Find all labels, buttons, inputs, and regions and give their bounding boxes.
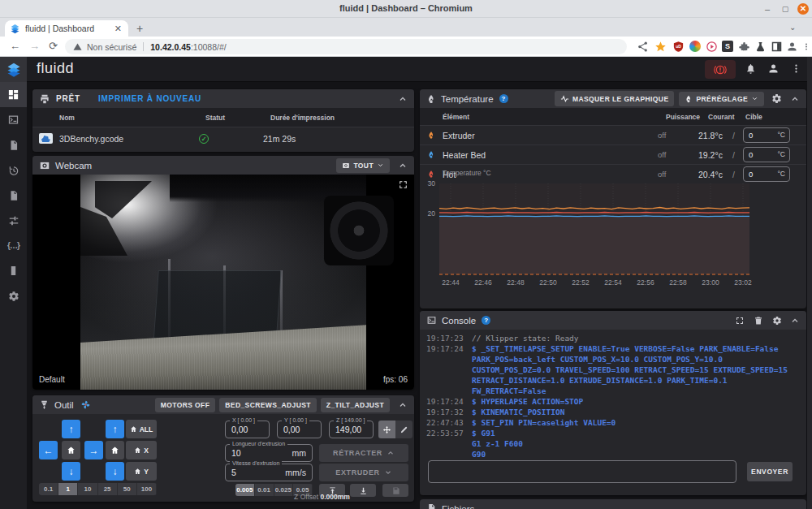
retract-button[interactable]: RÉTRACTER	[319, 444, 408, 462]
sidebar-item-system[interactable]	[0, 258, 27, 283]
collapse-chevron-icon[interactable]	[790, 316, 800, 326]
temperature-row[interactable]: Heater Bedoff19.2°c/0°C	[420, 145, 806, 164]
window-minimize-button[interactable]: –	[762, 3, 773, 15]
home-x-button[interactable]: X	[126, 441, 157, 459]
hide-graph-button[interactable]: MASQUER LE GRAPHIQUE	[555, 91, 675, 106]
puzzle-icon[interactable]	[738, 41, 750, 53]
extrude-length-field[interactable]: Longueur d'extrusion 10 mm	[225, 444, 313, 462]
tool-panel: Outil MOTORS OFFBED_SCREWS_ADJUSTZ_TILT_…	[32, 395, 414, 502]
flame-icon	[426, 94, 436, 104]
trash-icon[interactable]	[754, 316, 763, 326]
target-unit: °C	[777, 150, 785, 158]
chart-line-icon	[560, 94, 569, 103]
menu-kebab-icon[interactable]	[801, 41, 811, 53]
temperature-graph[interactable]: Temperature °C203022:4422:4622:4822:5022…	[420, 166, 806, 308]
jog-x-plus-button[interactable]: →	[84, 441, 103, 459]
home-y-button[interactable]: Y	[126, 462, 157, 481]
gear-icon[interactable]	[771, 93, 782, 104]
jog-x-minus-button[interactable]: ←	[39, 441, 58, 459]
extension-color-icon[interactable]	[689, 41, 701, 52]
window-close-button[interactable]: ✕	[797, 3, 809, 15]
jog-z-minus-button[interactable]: ↓	[106, 462, 124, 481]
browser-tab[interactable]: fluidd | Dashboard ✕	[5, 20, 128, 37]
reprint-button[interactable]: IMPRIMER À NOUVEAU	[98, 94, 201, 103]
help-icon[interactable]: ?	[482, 316, 490, 325]
jog-y-plus-button[interactable]: ↑	[62, 420, 80, 438]
share-icon[interactable]	[637, 41, 649, 53]
extrude-button[interactable]: EXTRUDER	[319, 464, 408, 481]
back-icon[interactable]: ←	[10, 40, 20, 52]
fullscreen-icon[interactable]	[735, 316, 745, 326]
sidebar-item-dashboard[interactable]	[0, 82, 27, 107]
tab-search-chevron-icon[interactable]: ⌄	[789, 23, 796, 32]
collapse-chevron-icon[interactable]	[398, 400, 408, 410]
emergency-stop-button[interactable]	[705, 60, 736, 79]
jog-z-plus-button[interactable]: ↑	[106, 420, 124, 438]
send-button[interactable]: ENVOYER	[747, 462, 793, 481]
collapse-chevron-icon[interactable]	[398, 161, 408, 170]
y-position-field[interactable]: Y [ 0.00 ]0,00	[277, 421, 322, 438]
extrude-speed-field[interactable]: Vitesse d'extrusion 5 mm/s	[225, 464, 313, 481]
edit-mode-button[interactable]	[395, 421, 412, 438]
heater-target-input[interactable]: 0°C	[743, 127, 790, 143]
flask-icon[interactable]	[754, 41, 767, 53]
home-all-button[interactable]: ALL	[126, 420, 157, 438]
x-position-field[interactable]: X [ 0.00 ]0,00	[225, 421, 270, 438]
move-mode-button[interactable]	[378, 421, 395, 438]
move-step-50[interactable]: 50	[118, 483, 137, 495]
video-play-icon[interactable]	[706, 41, 718, 53]
adblock-shield-icon[interactable]	[672, 41, 685, 53]
console-log[interactable]: 19:17:23// Klipper state: Ready19:17:24$…	[420, 330, 806, 459]
macro-button-bed-screws-adjust[interactable]: BED_SCREWS_ADJUST	[219, 398, 317, 412]
preset-button[interactable]: PRÉRÉGLAGE	[679, 92, 764, 106]
move-step-100[interactable]: 100	[137, 483, 157, 495]
move-step-1[interactable]: 1	[58, 483, 78, 495]
sidebar-item-gcode-preview[interactable]	[0, 183, 27, 208]
forward-icon[interactable]: →	[29, 40, 40, 52]
move-step-10[interactable]: 10	[78, 483, 97, 495]
jog-y-minus-button[interactable]: ↓	[62, 462, 80, 481]
camera-select-button[interactable]: TOUT	[336, 158, 390, 173]
profile-avatar-icon[interactable]	[786, 41, 798, 53]
move-step-25[interactable]: 25	[98, 483, 118, 495]
sidebar-item-history[interactable]	[0, 157, 27, 183]
app-menu-kebab-icon[interactable]	[790, 63, 802, 75]
sidebar-item-settings[interactable]	[0, 283, 27, 308]
fullscreen-icon[interactable]	[398, 179, 408, 190]
user-icon[interactable]	[767, 63, 780, 75]
collapse-chevron-icon[interactable]	[790, 94, 800, 104]
sidebar-item-configuration[interactable]: {…}	[0, 233, 27, 258]
page-scrollbar[interactable]	[807, 57, 812, 509]
app-logo[interactable]	[0, 57, 27, 82]
terminal-icon	[426, 315, 437, 326]
sidebar-item-console[interactable]	[0, 107, 27, 132]
address-bar[interactable]: Non sécurisé 10.42.0.45 :10088/#/	[65, 39, 627, 54]
move-step-0.1[interactable]: 0.1	[39, 483, 58, 495]
macro-button-motors-off[interactable]: MOTORS OFF	[155, 398, 216, 412]
console-input[interactable]	[428, 460, 736, 483]
temperature-row[interactable]: Extruderoff21.8°c/0°C	[420, 125, 806, 145]
gear-icon[interactable]	[772, 316, 782, 326]
svg-text:30: 30	[428, 179, 436, 188]
sidebar-item-jobs[interactable]	[0, 132, 27, 157]
reload-icon[interactable]: ⟳	[49, 40, 58, 52]
new-tab-button[interactable]: +	[136, 22, 143, 35]
tab-close-icon[interactable]: ✕	[113, 24, 123, 34]
window-maximize-button[interactable]: ▢	[780, 3, 791, 15]
macro-button-z-tilt-adjust[interactable]: Z_TILT_ADJUST	[321, 398, 390, 412]
s-extension-icon[interactable]: S	[722, 41, 733, 52]
heater-target-input[interactable]: 0°C	[743, 147, 790, 162]
sidebar-item-tune[interactable]	[0, 208, 27, 233]
z-position-field[interactable]: Z [ 149.00 ]149,00	[329, 421, 374, 438]
svg-text:22:52: 22:52	[572, 278, 590, 287]
help-icon[interactable]: ?	[499, 94, 508, 103]
home-xy-button[interactable]	[62, 441, 80, 459]
temperature-header: Température ? MASQUER LE GRAPHIQUE PRÉRÉ…	[420, 89, 806, 108]
notifications-bell-icon[interactable]	[745, 63, 757, 75]
job-row[interactable]: 3DBenchy.gcode ✓ 21m 29s	[32, 127, 414, 149]
reader-mode-icon[interactable]	[771, 41, 783, 53]
collapse-chevron-icon[interactable]	[398, 94, 408, 104]
home-icon	[134, 446, 141, 454]
star-icon[interactable]	[654, 41, 667, 53]
home-z-button[interactable]	[106, 441, 124, 459]
